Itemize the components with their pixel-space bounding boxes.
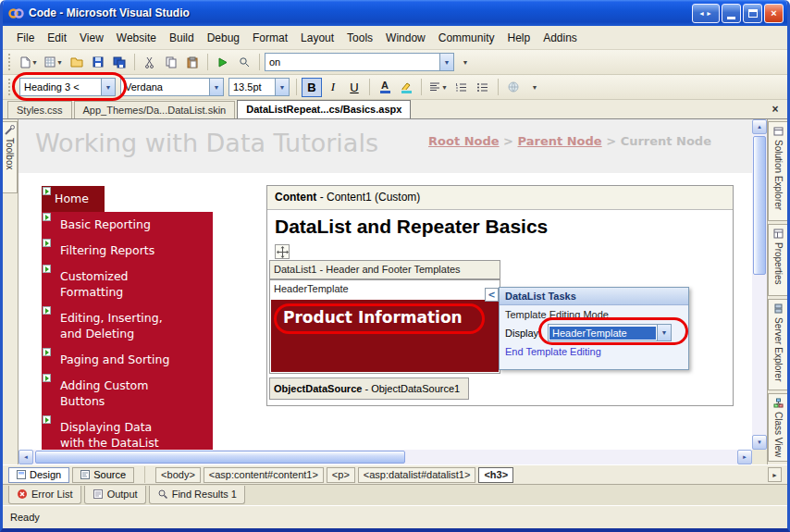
copy-button[interactable] bbox=[161, 53, 181, 72]
nav-item-displaying-data[interactable]: Displaying Data with the DataList and bbox=[42, 414, 213, 450]
menu-build[interactable]: Build bbox=[163, 28, 201, 48]
objectdatasource-bar[interactable]: ObjectDataSource - ObjectDataSource1 bbox=[269, 377, 469, 400]
save-all-button[interactable] bbox=[109, 53, 130, 72]
design-view-button[interactable]: Design bbox=[8, 467, 69, 483]
smart-tag-collapse-button[interactable]: < bbox=[485, 288, 499, 302]
toolbar-combo[interactable]: on ▼ bbox=[265, 53, 454, 71]
menu-edit[interactable]: Edit bbox=[41, 28, 73, 48]
source-view-button[interactable]: Source bbox=[72, 467, 134, 483]
menu-view[interactable]: View bbox=[73, 28, 110, 48]
nav-item-adding-custom-buttons[interactable]: Adding Custom Buttons bbox=[42, 373, 213, 414]
horizontal-scroll-thumb[interactable] bbox=[35, 451, 405, 464]
alignment-button[interactable]: ▼ bbox=[426, 78, 451, 97]
underline-button[interactable]: U bbox=[344, 78, 364, 97]
breadcrumb-parent-link[interactable]: Parent Node bbox=[518, 134, 602, 148]
font-combo[interactable]: Verdana ▼ bbox=[120, 78, 224, 96]
menu-website[interactable]: Website bbox=[110, 28, 163, 48]
scroll-left-button[interactable]: ◄ bbox=[19, 450, 33, 464]
tag-asp-datalist[interactable]: <asp:datalist#datalist1> bbox=[358, 467, 476, 483]
start-debug-button[interactable] bbox=[213, 53, 233, 72]
paste-button[interactable] bbox=[182, 53, 203, 72]
tag-p[interactable]: <p> bbox=[327, 467, 355, 483]
display-template-combo[interactable]: HeaderTemplate ▼ bbox=[548, 324, 672, 341]
server-explorer-icon bbox=[773, 303, 784, 314]
tagnav-scroll-right-button[interactable]: ► bbox=[768, 467, 782, 482]
content-region-bar[interactable]: Content - Content1 (Custom) bbox=[267, 186, 733, 210]
font-size-combo[interactable]: 13.5pt ▼ bbox=[228, 78, 290, 96]
new-file-button[interactable]: ▼ bbox=[18, 53, 41, 72]
tag-h3[interactable]: <h3> bbox=[478, 467, 513, 483]
nav-item-paging-sorting[interactable]: Paging and Sorting bbox=[42, 347, 213, 373]
numbered-list-button[interactable] bbox=[451, 78, 472, 97]
scroll-down-button[interactable]: ▼ bbox=[752, 435, 767, 450]
menu-tools[interactable]: Tools bbox=[340, 28, 379, 48]
breadcrumb-root-link[interactable]: Root Node bbox=[428, 134, 500, 148]
dropdown-icon[interactable]: ▼ bbox=[275, 79, 289, 95]
move-handle-icon[interactable] bbox=[275, 244, 290, 259]
tag-asp-content[interactable]: <asp:content#content1> bbox=[204, 467, 324, 483]
scroll-right-button[interactable]: ► bbox=[737, 450, 752, 464]
tab-basics-aspx[interactable]: DataListRepeat...cs/Basics.aspx bbox=[237, 100, 411, 118]
nav-item-customized-formatting[interactable]: Customized Formatting bbox=[42, 264, 213, 305]
menu-layout[interactable]: Layout bbox=[294, 28, 340, 48]
nav-item-basic-reporting[interactable]: Basic Reporting bbox=[42, 212, 213, 238]
toolbar-options-button[interactable]: ▼ bbox=[455, 53, 475, 72]
menu-debug[interactable]: Debug bbox=[201, 28, 246, 48]
maximize-button[interactable] bbox=[743, 4, 762, 23]
menu-help[interactable]: Help bbox=[500, 28, 537, 48]
style-combo[interactable]: Heading 3 < ▼ bbox=[19, 78, 116, 96]
tab-datalist-skin[interactable]: App_Themes/Da...DataList.skin bbox=[74, 101, 236, 118]
nav-item-editing-inserting-deleting[interactable]: Editing, Inserting, and Deleting bbox=[42, 305, 213, 347]
nav-item-filtering-reports[interactable]: Filtering Reports bbox=[42, 238, 213, 264]
toolbar-grip[interactable] bbox=[8, 54, 13, 70]
header-template-region[interactable]: Product Information bbox=[271, 300, 499, 372]
menu-file[interactable]: File bbox=[10, 28, 41, 48]
horizontal-scrollbar[interactable]: ◄ ► bbox=[19, 450, 767, 464]
tag-body[interactable]: <body> bbox=[155, 467, 201, 483]
vertical-scroll-thumb[interactable] bbox=[753, 136, 766, 275]
open-file-button[interactable] bbox=[67, 53, 87, 72]
toolbar-separator bbox=[498, 79, 499, 95]
save-button[interactable] bbox=[88, 53, 108, 72]
tab-find-results[interactable]: Find Results 1 bbox=[149, 486, 245, 504]
end-template-editing-link[interactable]: End Template Editing bbox=[500, 342, 688, 361]
tab-solution-explorer[interactable]: Solution Explorer bbox=[768, 121, 787, 221]
font-color-button[interactable]: A bbox=[375, 78, 395, 97]
datalist-header-bar[interactable]: DataList1 - Header and Footer Templates bbox=[269, 260, 500, 279]
dropdown-icon[interactable]: ▼ bbox=[439, 54, 453, 70]
toolbar-options-button[interactable]: ▼ bbox=[525, 78, 545, 97]
header-template-label: HeaderTemplate bbox=[270, 280, 500, 299]
menu-community[interactable]: Community bbox=[432, 28, 501, 48]
italic-button[interactable]: I bbox=[323, 78, 343, 97]
bullet-list-button[interactable] bbox=[473, 78, 493, 97]
vertical-scrollbar[interactable]: ▲ ▼ bbox=[752, 119, 767, 450]
hyperlink-button[interactable] bbox=[503, 78, 524, 97]
bold-button[interactable]: B bbox=[302, 78, 322, 97]
tab-server-explorer[interactable]: Server Explorer bbox=[768, 299, 787, 390]
tab-error-list[interactable]: Error List bbox=[8, 486, 81, 504]
nav-item-home[interactable]: Home bbox=[42, 186, 105, 212]
tab-properties[interactable]: Properties bbox=[768, 224, 787, 296]
toolbox-tab[interactable]: Toolbox bbox=[3, 121, 18, 193]
menu-format[interactable]: Format bbox=[246, 28, 294, 48]
close-button[interactable]: × bbox=[764, 4, 784, 23]
breadcrumb: Root Node > Parent Node > Current Node bbox=[428, 134, 711, 148]
find-in-files-button[interactable] bbox=[234, 53, 254, 72]
add-item-button[interactable]: ▼ bbox=[42, 53, 66, 72]
tab-styles-css[interactable]: Styles.css bbox=[7, 101, 72, 118]
menu-addins[interactable]: Addins bbox=[537, 28, 584, 48]
tab-close-button[interactable]: × bbox=[768, 102, 783, 117]
toolbar-grip[interactable] bbox=[8, 79, 13, 95]
cut-button[interactable] bbox=[140, 53, 160, 72]
highlight-button[interactable] bbox=[396, 78, 416, 97]
scroll-up-button[interactable]: ▲ bbox=[752, 119, 767, 134]
dropdown-icon[interactable]: ▼ bbox=[101, 79, 115, 95]
minimize-button[interactable] bbox=[722, 4, 741, 23]
dropdown-icon[interactable]: ▼ bbox=[209, 79, 223, 95]
window-nav-button[interactable]: ◄► bbox=[692, 4, 720, 23]
dropdown-icon[interactable]: ▼ bbox=[657, 325, 671, 340]
tab-class-view[interactable]: Class View bbox=[768, 393, 787, 462]
tab-output[interactable]: Output bbox=[84, 486, 146, 504]
menu-window[interactable]: Window bbox=[379, 28, 432, 48]
design-surface[interactable]: Working with Data Tutorials Root Node > … bbox=[19, 119, 752, 450]
